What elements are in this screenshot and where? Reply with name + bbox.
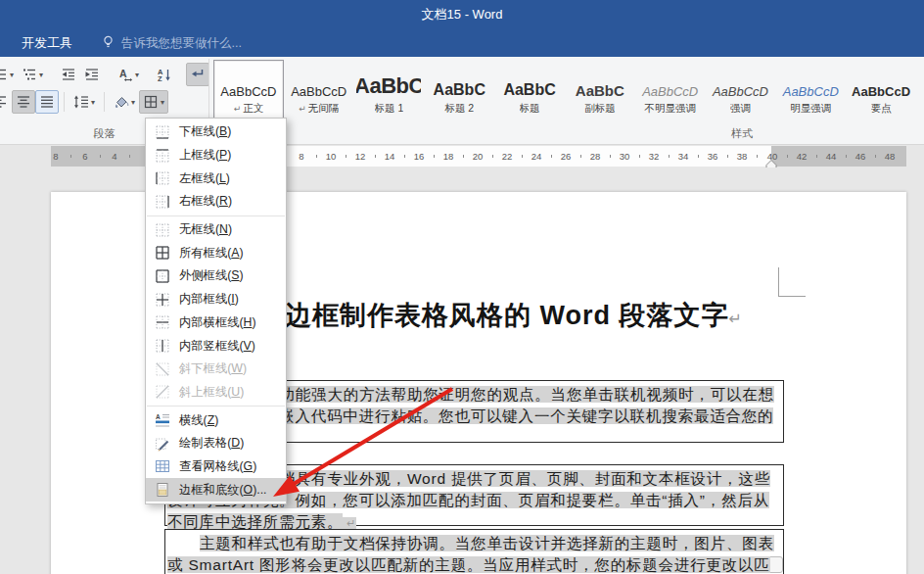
menu-item-draw-table[interactable]: 绘制表格(D) <box>146 432 286 455</box>
style-item-5[interactable]: AaBbC标题 <box>494 60 565 120</box>
svg-text:Z: Z <box>158 74 162 82</box>
character-scale-button[interactable]: A▾ <box>114 63 143 86</box>
align-left-button[interactable] <box>0 90 12 114</box>
style-label: ↵正文 <box>234 102 264 116</box>
style-preview: AaBbCcD <box>216 64 281 99</box>
menu-item-no-border[interactable]: 无框线(N) <box>146 218 286 242</box>
shading-button[interactable]: ▾ <box>110 90 139 114</box>
ruler-tick <box>346 155 346 158</box>
paragraph-group: ▾▾A▾AZ ▾▾▾ <box>0 61 208 116</box>
style-label: 要点 <box>871 102 892 116</box>
border-outside-icon <box>155 268 170 284</box>
ruler-tick <box>580 155 581 158</box>
ruler-tick <box>727 155 728 158</box>
style-item-4[interactable]: AaBbC标题 2 <box>424 60 494 120</box>
style-item-1[interactable]: AaBbCcD↵正文 <box>213 60 284 120</box>
document-line[interactable]: 主题和样式也有助于文档保持协调。当您单击设计并选择新的主题时，图片、图表 <box>200 534 774 553</box>
styles-gallery: AaBbCcD↵正文AaBbCcD↵无间隔AaBbC标题 1AaBbC标题 2A… <box>213 60 916 120</box>
ruler-left-margin <box>51 146 153 167</box>
show-marks-button[interactable] <box>186 63 208 86</box>
border-right-icon <box>155 194 170 210</box>
menu-item-view-gridlines[interactable]: 查看网格线(G) <box>146 455 286 479</box>
document-title[interactable]: 用边框制作表格风格的 Word 段落文字↵ <box>257 298 743 333</box>
align-left-icon <box>0 94 8 110</box>
tell-me-box[interactable]: 告诉我您想要做什么... <box>102 35 242 52</box>
border-all-icon <box>155 245 170 261</box>
menu-item-label: 斜上框线(U) <box>179 384 244 401</box>
ruler-tick <box>100 155 101 158</box>
menu-item-inside-borders[interactable]: 内部框线(I) <box>146 288 286 311</box>
distribute-button[interactable] <box>35 90 59 114</box>
border-inside-h-icon <box>155 314 170 330</box>
character-scale-icon: A <box>117 67 133 82</box>
line-spacing-icon <box>73 94 89 110</box>
borders-button[interactable]: ▾ <box>139 90 168 114</box>
bullet-list-button[interactable]: ▾ <box>0 63 18 86</box>
dropdown-arrow-icon: ▾ <box>10 71 14 79</box>
menu-item-border-top[interactable]: 上框线(P) <box>146 144 286 167</box>
style-item-6[interactable]: AaBbC副标题 <box>565 60 635 120</box>
ruler-number: 14 <box>385 151 395 162</box>
menu-item-border-bottom[interactable]: 下框线(B) <box>146 120 286 144</box>
bullet-list-icon <box>0 67 8 82</box>
ruler-tick <box>787 155 788 158</box>
menu-item-label: 横线(Z) <box>179 412 218 429</box>
ribbon-tab-bar: 开发工具 告诉我您想要做什么... <box>0 29 924 57</box>
menu-item-label: 内部竖框线(V) <box>179 338 255 355</box>
align-center-button[interactable] <box>12 90 35 114</box>
menu-item-inside-horizontal-border[interactable]: 内部横框线(H) <box>146 311 286 335</box>
dropdown-arrow-icon: ▾ <box>161 98 164 107</box>
menu-item-borders-and-shading[interactable]: 边框和底纹(O)... <box>146 478 286 502</box>
menu-item-inside-vertical-border[interactable]: 内部竖框线(V) <box>146 334 286 358</box>
tab-developer[interactable]: 开发工具 <box>22 34 72 52</box>
increase-indent-button[interactable] <box>80 63 104 86</box>
style-item-10[interactable]: AaBbCcD要点 <box>846 60 916 120</box>
ruler-tick <box>875 155 876 158</box>
ruler-tick <box>375 155 376 158</box>
style-item-9[interactable]: AaBbCcD明显强调 <box>775 60 846 120</box>
menu-item-outside-borders[interactable]: 外侧框线(S) <box>146 264 286 288</box>
ruler-number: 10 <box>326 151 337 162</box>
ruler-number: 4 <box>112 151 116 162</box>
svg-text:A: A <box>119 68 127 79</box>
style-item-8[interactable]: AaBbCcD强调 <box>706 60 776 120</box>
ruler-tick <box>639 155 640 158</box>
style-item-2[interactable]: AaBbCcD↵无间隔 <box>284 60 354 120</box>
style-preview: AaBbC <box>568 64 632 99</box>
border-inside-v-icon <box>155 338 170 354</box>
border-diag-up-icon <box>155 384 170 400</box>
dropdown-arrow-icon: ▾ <box>91 98 95 107</box>
ruler-number: 18 <box>443 151 454 162</box>
menu-item-all-borders[interactable]: 所有框线(A) <box>146 241 286 264</box>
dropdown-arrow-icon: ▾ <box>39 71 43 79</box>
line-spacing-button[interactable]: ▾ <box>69 90 99 114</box>
style-item-3[interactable]: AaBbC标题 1 <box>354 60 425 120</box>
margin-corner-mark <box>778 267 779 296</box>
multilevel-list-button[interactable]: ▾ <box>18 63 47 86</box>
increase-indent-icon <box>84 67 100 82</box>
ruler-number: 44 <box>826 151 837 162</box>
ruler-tick <box>698 155 699 158</box>
menu-item-horizontal-line[interactable]: A横线(Z) <box>146 408 286 432</box>
style-preview: AaBbC <box>356 64 421 99</box>
menu-item-border-left[interactable]: 左框线(L) <box>146 167 286 190</box>
ruler-number: 40 <box>767 151 778 162</box>
style-item-7[interactable]: AaBbCcD不明显强调 <box>635 60 706 120</box>
menu-separator <box>147 215 285 216</box>
ruler-number: 28 <box>590 151 601 162</box>
menu-item-diagonal-down-border: 斜下框线(W) <box>146 358 286 381</box>
margin-corner-mark <box>778 296 806 297</box>
sort-button[interactable]: AZ <box>153 63 176 86</box>
style-preview: AaBbCcD <box>287 64 351 99</box>
document-line[interactable]: 或 SmartArt 图形将会更改以匹配新的主题。当应用样式时，您的标题会进行更… <box>167 555 770 574</box>
ruler-number: 32 <box>649 151 660 162</box>
border-left-icon <box>155 170 170 186</box>
decrease-indent-button[interactable] <box>57 63 80 86</box>
sort-az-icon: AZ <box>157 67 172 82</box>
menu-item-label: 查看网格线(G) <box>179 458 256 475</box>
menu-item-border-right[interactable]: 右框线(R) <box>146 190 286 214</box>
ruler-tick <box>492 155 493 158</box>
shading-icon <box>114 94 129 110</box>
border-inside-icon <box>155 292 170 308</box>
lightbulb-icon <box>102 35 115 52</box>
